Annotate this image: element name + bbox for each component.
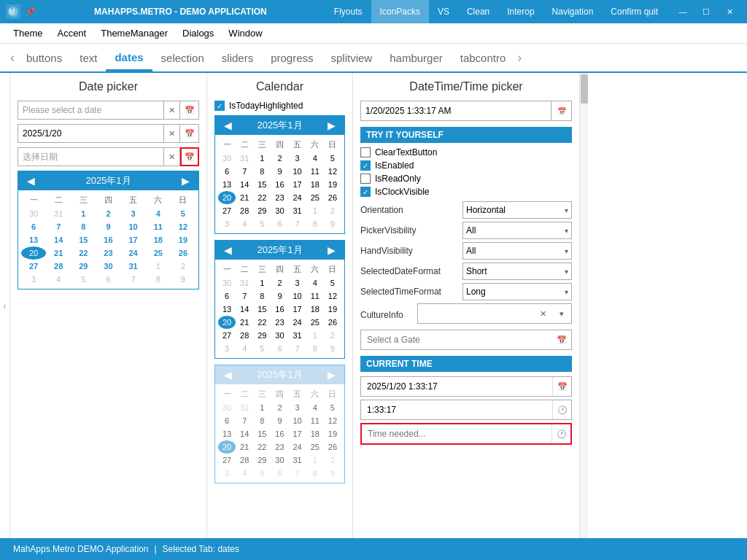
cal-day[interactable]: 1: [253, 276, 271, 289]
cal-day[interactable]: 29: [253, 204, 271, 217]
cal-day[interactable]: 4: [306, 276, 324, 289]
cal-day[interactable]: 8: [71, 220, 96, 233]
cal-day-today[interactable]: 20: [218, 191, 236, 204]
cal-day[interactable]: 26: [324, 316, 341, 329]
dt-cal-btn[interactable]: 📅: [551, 101, 572, 121]
cal-day[interactable]: 29: [71, 260, 96, 273]
cal-day[interactable]: 5: [253, 217, 271, 230]
tab-progress[interactable]: progress: [262, 46, 322, 70]
cal-day-today[interactable]: 20: [21, 246, 46, 260]
cal-day[interactable]: 21: [236, 316, 253, 329]
cal-day[interactable]: 14: [236, 303, 253, 316]
cal-day[interactable]: 19: [324, 303, 341, 316]
tab-scroll-left[interactable]: ‹: [7, 50, 18, 66]
cal1-prev[interactable]: ◀: [221, 120, 235, 131]
cal-day[interactable]: 28: [236, 204, 253, 217]
cal-day[interactable]: 14: [236, 178, 253, 191]
menu-accent[interactable]: Accent: [50, 25, 93, 42]
cal-day[interactable]: 22: [253, 191, 271, 204]
tab-splitview[interactable]: splitview: [322, 46, 382, 70]
cal-day[interactable]: 18: [146, 233, 171, 246]
close-button[interactable]: ✕: [718, 0, 741, 23]
culture-clear-icon[interactable]: ✕: [533, 304, 552, 323]
cal-day[interactable]: 6: [218, 289, 236, 303]
prop-time-format-select[interactable]: Short Long: [462, 283, 572, 300]
cal-day[interactable]: 9: [271, 289, 288, 303]
cal-day[interactable]: 17: [289, 178, 306, 191]
cb-clear-text[interactable]: [360, 147, 371, 158]
cal-day[interactable]: 31: [236, 276, 253, 289]
cal-day[interactable]: 31: [236, 152, 253, 165]
tab-buttons[interactable]: buttons: [18, 46, 71, 70]
dt-main-input[interactable]: [360, 101, 551, 121]
cal-day[interactable]: 3: [218, 342, 236, 355]
cal-day[interactable]: 12: [171, 220, 196, 233]
menu-window[interactable]: Window: [221, 25, 269, 42]
cal-day[interactable]: 4: [46, 273, 71, 286]
tab-text[interactable]: text: [71, 46, 106, 70]
cal-day[interactable]: 10: [121, 220, 146, 233]
date-cal-btn-1[interactable]: 📅: [180, 101, 199, 120]
cal-day[interactable]: 30: [218, 276, 236, 289]
prop-date-format-select[interactable]: Short Long: [462, 262, 572, 280]
time-needed-clock-icon[interactable]: 🕐: [551, 424, 570, 443]
cal-day[interactable]: 5: [171, 207, 196, 220]
nav-flyouts[interactable]: Flyouts: [325, 0, 371, 23]
cal-day[interactable]: 3: [218, 217, 236, 230]
cal-day[interactable]: 3: [289, 276, 306, 289]
cal-day[interactable]: 16: [271, 303, 288, 316]
date-cal-btn-2[interactable]: 📅: [180, 124, 199, 143]
cal-day[interactable]: 9: [324, 217, 341, 230]
cal-day[interactable]: 8: [253, 289, 271, 303]
cal-day[interactable]: 21: [46, 246, 71, 260]
menu-theme[interactable]: Theme: [6, 25, 50, 42]
cal-day[interactable]: 5: [253, 342, 271, 355]
cal-day[interactable]: 30: [271, 204, 288, 217]
cal-day[interactable]: 31: [121, 260, 146, 273]
cal-day[interactable]: 26: [171, 246, 196, 260]
cal-day[interactable]: 31: [46, 207, 71, 220]
cal-day[interactable]: 2: [324, 204, 341, 217]
cal-day[interactable]: 31: [289, 204, 306, 217]
cal-day[interactable]: 5: [71, 273, 96, 286]
cal-day[interactable]: 24: [121, 246, 146, 260]
cal-day[interactable]: 19: [324, 178, 341, 191]
cal-day[interactable]: 30: [271, 329, 288, 342]
prop-picker-visibility-select[interactable]: All Date Time: [462, 222, 572, 239]
cal-day[interactable]: 16: [96, 233, 120, 246]
cal-day[interactable]: 30: [96, 260, 120, 273]
cal-day[interactable]: 6: [271, 342, 288, 355]
cal-day[interactable]: 3: [289, 152, 306, 165]
cal-day[interactable]: 2: [324, 329, 341, 342]
prop-orientation-select[interactable]: Horizontal Vertical: [462, 201, 572, 219]
cal-day[interactable]: 22: [71, 246, 96, 260]
cal-day[interactable]: 8: [306, 217, 324, 230]
cal-day[interactable]: 15: [71, 233, 96, 246]
cal-day[interactable]: 11: [306, 165, 324, 178]
nav-navigation[interactable]: Navigation: [543, 0, 603, 23]
date-clear-2[interactable]: ✕: [164, 124, 180, 143]
cal-day[interactable]: 21: [236, 191, 253, 204]
cal1-next[interactable]: ▶: [325, 120, 338, 131]
cal-prev-1[interactable]: ◀: [24, 175, 38, 187]
cal-day[interactable]: 2: [96, 207, 120, 220]
cal-day[interactable]: 1: [306, 329, 324, 342]
date-input-1[interactable]: [18, 101, 164, 120]
cal-day[interactable]: 28: [46, 260, 71, 273]
select-gate-cal-icon[interactable]: 📅: [552, 330, 571, 349]
tab-dates[interactable]: dates: [106, 45, 152, 71]
cal-day[interactable]: 11: [146, 220, 171, 233]
date-clear-1[interactable]: ✕: [164, 101, 180, 120]
cal-day[interactable]: 27: [21, 260, 46, 273]
cal-day[interactable]: 8: [146, 273, 171, 286]
prop-culture-info-input[interactable]: [418, 306, 533, 322]
cal-day[interactable]: 9: [171, 273, 196, 286]
cal-day[interactable]: 9: [324, 342, 341, 355]
cal-day[interactable]: 13: [218, 178, 236, 191]
cal-day[interactable]: 10: [289, 165, 306, 178]
cal-day[interactable]: 7: [121, 273, 146, 286]
cal-day[interactable]: 30: [218, 152, 236, 165]
cal-day[interactable]: 13: [21, 233, 46, 246]
cb-is-readonly[interactable]: [360, 174, 371, 184]
tab-tabcontro[interactable]: tabcontro: [452, 46, 515, 70]
